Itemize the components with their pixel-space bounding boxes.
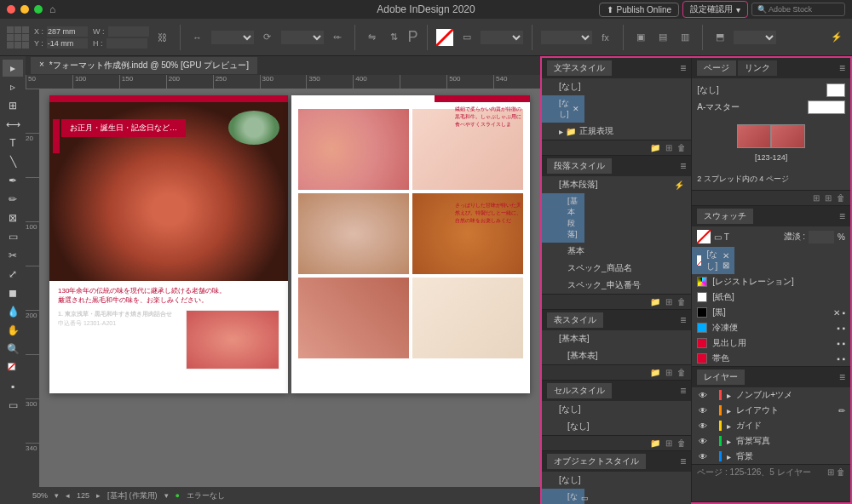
opacity[interactable]: 100% [541,31,592,44]
w-input[interactable] [108,26,149,37]
eyedropper-tool[interactable]: 💧 [3,303,23,320]
swatch-item[interactable]: 帯色▪ ▪ [692,351,850,366]
visibility-icon[interactable]: 👁 [697,391,709,400]
stock-search[interactable]: 🔍 Adobe Stock [751,3,845,16]
x-input[interactable] [47,26,88,37]
list-item[interactable]: [基本表] [542,330,691,347]
apply-color-icon[interactable]: ▪ [3,378,23,395]
app-title: Adobe InDesign 2020 [377,3,475,15]
list-item[interactable]: [なし] [542,78,691,95]
page-right[interactable]: 繊細で柔らかい肉質が特徴の黒毛和牛。しゃぶしゃぶ用に食べやすくスライスしま さっ… [291,95,530,393]
free-transform-tool[interactable]: ⤢ [3,266,23,283]
document-tab[interactable]: × *フォーマット作成例.indd @ 50% [GPU プレビュー] [31,57,257,74]
cell-style-tab[interactable]: セルスタイル [547,383,612,398]
tint-input[interactable] [809,231,834,243]
pen-tool[interactable]: ✒ [3,172,23,189]
swatch-item[interactable]: [レジストレーション] [692,274,850,289]
char-preview: P [408,28,418,46]
new-icon[interactable]: ⊞ [665,143,672,152]
pages-tab[interactable]: ページ [697,60,736,76]
wrap-3-icon[interactable]: ▥ [676,29,694,46]
layer-item[interactable]: 👁▸レイアウト✏ [692,403,850,418]
list-item[interactable]: [なし] [542,418,691,435]
rectangle-tool[interactable]: ▭ [3,228,23,245]
list-item[interactable]: [基本表] [542,347,691,364]
rectangle-frame-tool[interactable]: ⊠ [3,209,23,226]
minimize-window[interactable] [20,5,29,14]
direct-selection-tool[interactable]: ▹ [3,78,23,95]
line-tool[interactable]: ╲ [3,153,23,170]
hand-tool[interactable]: ✋ [3,322,23,339]
list-item[interactable]: [なし]✕ [542,95,584,123]
panel-menu-icon[interactable]: ≡ [680,62,686,74]
scale-x[interactable] [211,31,254,44]
view-mode-icon[interactable]: ▭ [3,397,23,414]
wrap-1-icon[interactable]: ▣ [632,29,649,46]
para-style-tab[interactable]: 段落スタイル [547,158,612,174]
layer-item[interactable]: 👁▸ノンブル+ツメ [692,387,850,403]
list-item[interactable]: [基本段落]⚡ [542,176,691,193]
char-style-tab[interactable]: 文字スタイル [547,60,612,76]
zoom-tool[interactable]: 🔍 [3,341,23,358]
spread-thumb[interactable] [697,124,845,148]
layer-item[interactable]: 👁▸背景写真 [692,433,850,449]
gap-tool[interactable]: ⟷ [3,116,23,133]
home-icon[interactable]: ⌂ [49,3,55,15]
gradient-tool[interactable]: ◼ [3,284,23,301]
h-input[interactable] [106,38,147,49]
maximize-window[interactable] [34,5,43,14]
links-tab[interactable]: リンク [738,60,777,76]
list-item[interactable]: ▸ 📁 正規表現 [542,123,691,140]
swatch-tab[interactable]: スウォッチ [697,209,753,224]
scissors-tool[interactable]: ✂ [3,247,23,264]
swatch-item[interactable]: [紙色] [692,289,850,305]
product-image [186,310,279,369]
list-item[interactable]: スペック_商品名 [542,260,691,277]
master-a[interactable]: A-マスター [697,100,845,114]
obj-style-tab[interactable]: オブジェクトスタイル [547,454,646,469]
swatch-item[interactable]: [なし]✕ ⊠ [692,247,734,274]
scale-x-icon: ↔ [189,29,206,46]
swatch-item[interactable]: 冷凍便▪ ▪ [692,320,850,335]
flip-h-icon[interactable]: ⇋ [364,29,381,46]
list-item[interactable]: [なし] [542,472,691,489]
trash-icon[interactable]: 🗑 [677,143,686,152]
page-tool[interactable]: ⊞ [3,97,23,114]
layers-tab[interactable]: レイヤー [697,369,745,385]
list-item[interactable]: [なし]▭ ✕ [542,489,584,504]
y-input[interactable] [47,38,88,49]
list-item[interactable]: [なし] [542,401,691,418]
pencil-tool[interactable]: ✏ [3,191,23,208]
page-left[interactable]: お正月・誕生日・記念日など… 130年余年の伝統の味を現代に継承し続ける老舗の味… [49,95,288,393]
close-window[interactable] [7,5,15,14]
flip-v-icon[interactable]: ⇅ [386,29,403,46]
type-tool[interactable]: T [3,135,23,152]
swatch-item[interactable]: 見出し用▪ ▪ [692,335,850,351]
wrap-2-icon[interactable]: ▤ [654,29,671,46]
corner-size[interactable]: 5 mm [734,31,776,44]
publish-online-button[interactable]: ⬆ Publish Online [599,3,679,17]
folder-icon[interactable]: 📁 [650,143,660,152]
stroke-icon[interactable]: ▭ [458,29,475,46]
rotate[interactable] [281,31,324,44]
selection-tool[interactable]: ▸ [3,60,23,77]
link-wh-icon[interactable]: ⛓ [154,29,171,46]
corner-icon[interactable]: ⬒ [711,29,728,46]
layer-item[interactable]: 👁▸ガイド [692,418,850,433]
swatch-item[interactable]: [黒]✕ ▪ [692,305,850,320]
list-item[interactable]: [基本段落] [542,193,584,243]
reference-point[interactable] [7,26,29,49]
fill-icon[interactable] [436,29,453,46]
workspace-dropdown[interactable]: 設定確認用 ▾ [682,1,748,18]
quick-apply-icon[interactable]: ⚡ [828,29,845,46]
table-style-tab[interactable]: 表スタイル [547,312,603,328]
fill-stroke-icon[interactable] [3,359,23,376]
fill-none-icon[interactable] [697,230,711,243]
list-item[interactable]: スペック_申込番号 [542,277,691,294]
list-item[interactable]: 基本 [542,243,691,260]
master-none[interactable]: [なし] [697,83,845,97]
stroke-weight[interactable] [481,31,523,44]
layer-item[interactable]: 👁▸背景 [692,449,850,464]
effects-icon[interactable]: fx [597,29,614,46]
ruler-horizontal: 50100150200250300350400500540 [26,75,540,89]
